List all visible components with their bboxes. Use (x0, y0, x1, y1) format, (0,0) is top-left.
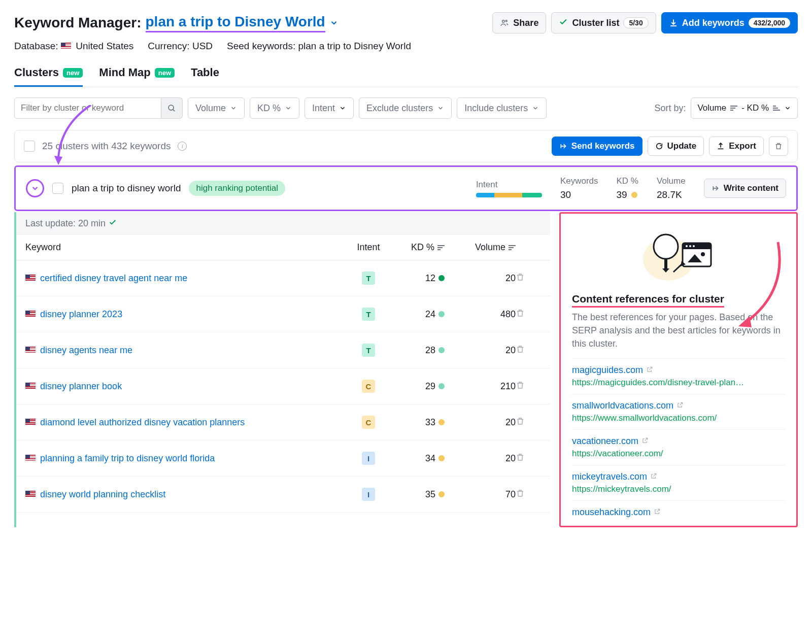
svg-point-11 (686, 245, 688, 247)
delete-row-button[interactable] (516, 274, 525, 284)
stat-kd: KD % 39 (617, 176, 638, 200)
reference-domain-link[interactable]: smallworldvacations.com (572, 400, 673, 411)
delete-row-button[interactable] (516, 490, 525, 500)
filter-row: Volume KD % Intent Exclude clusters Incl… (14, 97, 798, 119)
filter-kd[interactable]: KD % (250, 97, 299, 119)
col-kd[interactable]: KD % (389, 242, 445, 253)
keyword-link[interactable]: planning a family trip to disney world f… (40, 453, 215, 463)
volume-cell: 480 (445, 309, 516, 320)
sort-select[interactable]: Volume - KD % (691, 97, 798, 119)
delete-row-button[interactable] (516, 346, 525, 356)
filter-include[interactable]: Include clusters (457, 97, 547, 119)
col-volume[interactable]: Volume (445, 242, 516, 253)
filter-exclude[interactable]: Exclude clusters (359, 97, 452, 119)
kd-cell: 34 (389, 453, 445, 464)
us-flag-icon (25, 311, 36, 318)
last-update: Last update: 20 min (16, 212, 550, 235)
keyword-link[interactable]: certified disney travel agent near me (40, 273, 187, 283)
keyword-link[interactable]: disney agents near me (40, 345, 132, 355)
download-icon (669, 18, 678, 27)
table-header: Keyword Intent KD % Volume (16, 235, 550, 260)
tab-mindmap[interactable]: Mind Mapnew (99, 66, 175, 87)
delete-button[interactable] (769, 137, 788, 156)
keyword-link[interactable]: disney planner book (40, 381, 122, 391)
content-references-panel: Content references for cluster The best … (559, 212, 798, 527)
table-row: disney world planning checklist I 35 70 (16, 477, 550, 513)
svg-marker-4 (54, 156, 62, 165)
volume-cell: 20 (445, 417, 516, 428)
list-title-link[interactable]: plan a trip to Disney World (146, 14, 325, 32)
select-all-checkbox[interactable] (24, 141, 35, 152)
people-icon (500, 18, 509, 27)
reference-domain-link[interactable]: mousehacking.com (572, 507, 651, 518)
external-link-icon (654, 507, 661, 518)
upload-icon (717, 142, 725, 150)
kd-cell: 35 (389, 489, 445, 500)
cluster-row: plan a trip to disney world high ranking… (14, 165, 798, 211)
add-keywords-label: Add keywords (682, 18, 745, 28)
delete-row-button[interactable] (516, 382, 525, 392)
cluster-checkbox[interactable] (52, 183, 63, 194)
add-keywords-button[interactable]: Add keywords 432/2,000 (661, 12, 798, 33)
cluster-list-button[interactable]: Cluster list 5/30 (551, 12, 656, 33)
table-row: diamond level authorized disney vacation… (16, 404, 550, 440)
keyword-table: Last update: 20 min Keyword Intent KD % … (14, 212, 550, 527)
kd-cell: 24 (389, 309, 445, 320)
search-button[interactable] (161, 97, 183, 119)
reference-domain-link[interactable]: mickeytravels.com (572, 471, 647, 482)
keyword-link[interactable]: diamond level authorized disney vacation… (40, 417, 245, 427)
intent-chip: T (362, 344, 375, 357)
reference-item: magicguides.com https://magicguides.com/… (572, 358, 785, 394)
reference-domain-link[interactable]: vacationeer.com (572, 436, 638, 447)
info-icon[interactable]: i (178, 142, 187, 151)
tab-table[interactable]: Table (191, 66, 219, 87)
intent-chip: I (362, 452, 375, 465)
filter-search-input[interactable] (14, 97, 161, 119)
tab-clusters[interactable]: Clustersnew (14, 66, 83, 87)
table-row: planning a family trip to disney world f… (16, 440, 550, 477)
filter-intent[interactable]: Intent (304, 97, 354, 119)
keyword-link[interactable]: disney planner 2023 (40, 309, 122, 319)
delete-row-button[interactable] (516, 310, 525, 320)
keyword-link[interactable]: disney world planning checklist (40, 489, 165, 499)
check-icon (109, 218, 117, 229)
summary-text: 25 clusters with 432 keywords (42, 141, 171, 152)
kd-cell: 12 (389, 273, 445, 284)
delete-row-button[interactable] (516, 418, 525, 428)
intent-chip: T (362, 272, 375, 285)
us-flag-icon (25, 347, 36, 354)
expand-toggle[interactable] (26, 179, 44, 197)
svg-line-3 (173, 109, 175, 111)
svg-point-12 (689, 245, 691, 247)
us-flag-icon (61, 43, 71, 50)
search-icon (167, 104, 176, 113)
reference-domain-link[interactable]: magicguides.com (572, 365, 643, 376)
reference-url: https://mickeytravels.com/ (572, 484, 785, 494)
update-button[interactable]: Update (648, 137, 704, 156)
chevron-down-icon[interactable] (329, 15, 339, 31)
chevron-down-icon (230, 105, 237, 112)
svg-point-2 (168, 105, 174, 110)
col-keyword: Keyword (25, 242, 348, 253)
new-badge: new (63, 68, 83, 78)
volume-cell: 20 (445, 453, 516, 464)
svg-point-1 (506, 20, 507, 22)
filter-volume[interactable]: Volume (188, 97, 245, 119)
kd-cell: 28 (389, 345, 445, 356)
intent-bar (476, 193, 542, 197)
send-keywords-button[interactable]: Send keywords (552, 137, 642, 156)
sort-asc-icon (773, 106, 780, 111)
svg-point-7 (654, 234, 678, 259)
chevron-down-icon (784, 105, 791, 112)
us-flag-icon (25, 383, 36, 390)
us-flag-icon (25, 275, 36, 282)
write-content-button[interactable]: Write content (704, 179, 786, 198)
chevron-down-icon (437, 105, 444, 112)
export-button[interactable]: Export (709, 137, 764, 156)
trash-icon (774, 142, 783, 150)
stat-volume: Volume 28.7K (657, 176, 686, 200)
delete-row-button[interactable] (516, 454, 525, 464)
reference-url: https://vacationeer.com/ (572, 449, 785, 459)
share-button[interactable]: Share (492, 12, 546, 33)
view-tabs: Clustersnew Mind Mapnew Table (14, 66, 798, 87)
